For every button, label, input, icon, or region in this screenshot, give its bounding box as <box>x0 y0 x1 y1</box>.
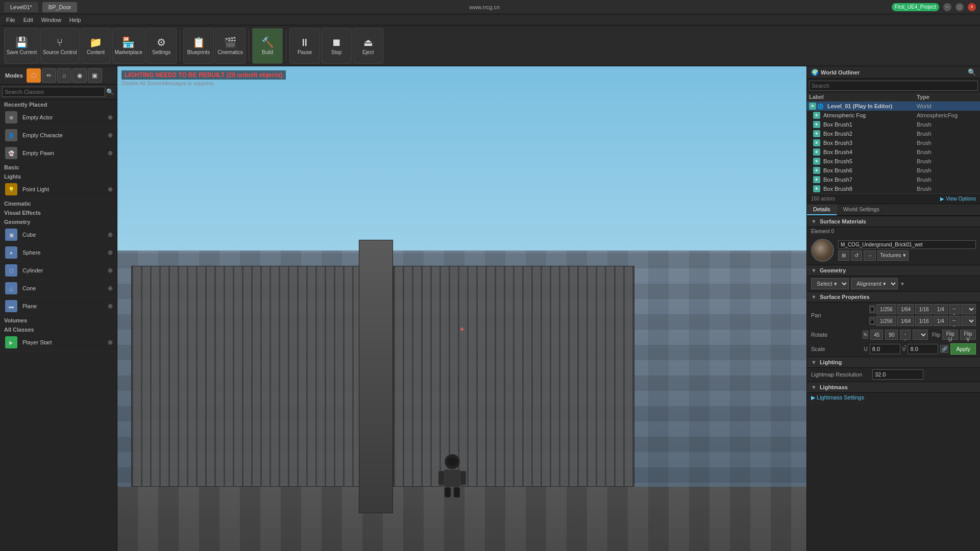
scale-v-input[interactable] <box>908 344 938 354</box>
lightmass-section-header[interactable]: ▼ Lightmass <box>807 382 980 393</box>
marketplace-button[interactable]: 🏪 Marketplace <box>112 28 145 64</box>
source-control-button[interactable]: ⑂ Source Control <box>40 28 80 64</box>
maximize-button[interactable]: □ <box>955 3 964 11</box>
rotate-dash[interactable]: --- <box>900 330 911 340</box>
geometry-select-dropdown[interactable]: Select ▾ <box>811 278 849 289</box>
blueprints-button[interactable]: 📋 Blueprints <box>183 28 214 64</box>
visibility-icon-brush5[interactable]: 👁 <box>813 158 820 165</box>
viewport[interactable]: LIGHTING NEEDS TO BE REBUILT (29 unbuilt… <box>117 66 806 551</box>
visibility-icon-brush1[interactable]: 👁 <box>813 121 820 128</box>
placement-item-player-start[interactable]: ▶ Player Start ⊕ <box>0 334 117 352</box>
pan-dash-2[interactable]: --- <box>949 316 960 326</box>
rotate-90[interactable]: 90 <box>885 330 898 340</box>
surface-properties-header[interactable]: ▼ Surface Properties <box>807 291 980 303</box>
textures-dropdown[interactable]: Textures ▾ <box>877 251 909 261</box>
material-reset-button[interactable]: ↺ <box>851 251 862 261</box>
outliner-item-box-brush8[interactable]: 👁 Box Brush8 Brush <box>807 184 980 193</box>
placement-item-cylinder[interactable]: ⬡ Cylinder ⊕ <box>0 262 117 280</box>
rotate-icon-button[interactable]: ↻ <box>863 331 868 339</box>
cinematics-button[interactable]: 🎬 Cinematics <box>215 28 246 64</box>
placement-item-plane[interactable]: ▬ Plane ⊕ <box>0 297 117 315</box>
pan-1-256-1[interactable]: 1/256 <box>876 304 896 314</box>
rotate-select[interactable]: ▾ <box>913 330 928 340</box>
visibility-icon-brush2[interactable]: 👁 <box>813 130 820 137</box>
pan-1-64-2[interactable]: 1/64 <box>897 316 914 326</box>
flip-u-button[interactable]: Flip U <box>942 330 958 340</box>
search-classes-input[interactable] <box>2 87 105 97</box>
placement-item-empty-pawn[interactable]: 👻 Empty Pawn ⊕ <box>0 144 117 162</box>
mode-landscape-button[interactable]: ⌂ <box>57 68 71 83</box>
visibility-icon-fog[interactable]: 👁 <box>813 112 820 119</box>
lightmap-input[interactable] <box>872 369 923 380</box>
pan-1-64-1[interactable]: 1/64 <box>897 304 914 314</box>
tab-world-settings[interactable]: World Settings <box>837 204 886 215</box>
stop-button[interactable]: ⏹ Stop <box>321 28 352 64</box>
close-button[interactable]: × <box>968 3 976 11</box>
section-basic[interactable]: Basic <box>0 162 117 171</box>
outliner-item-atmospheric-fog[interactable]: 👁 Atmospheric Fog AtmosphericFog <box>807 111 980 120</box>
placement-item-point-light[interactable]: 💡 Point Light ⊕ <box>0 181 117 198</box>
material-browse-button[interactable]: ⊞ <box>838 251 849 261</box>
apply-button[interactable]: Apply <box>950 343 976 355</box>
visibility-icon-brush6[interactable]: 👁 <box>813 167 820 174</box>
pan-up-arrow-2[interactable]: ▲ <box>869 317 875 325</box>
save-current-button[interactable]: 💾 Save Current <box>4 28 39 64</box>
mode-geometry-button[interactable]: ▣ <box>88 68 102 83</box>
pan-select-1[interactable]: ▾ <box>961 304 976 314</box>
placement-item-sphere[interactable]: ● Sphere ⊕ <box>0 244 117 262</box>
outliner-item-box-brush3[interactable]: 👁 Box Brush3 Brush <box>807 138 980 147</box>
material-arrow-button[interactable]: → <box>864 251 876 261</box>
visibility-icon-brush8[interactable]: 👁 <box>813 185 820 192</box>
visibility-icon-brush3[interactable]: 👁 <box>813 139 820 146</box>
outliner-item-box-brush5[interactable]: 👁 Box Brush5 Brush <box>807 157 980 166</box>
menu-help[interactable]: Help <box>65 16 85 24</box>
outliner-search-button[interactable]: 🔍 <box>968 68 976 76</box>
pan-select-2[interactable]: ▾ <box>961 316 976 326</box>
outliner-item-box-brush7[interactable]: 👁 Box Brush7 Brush <box>807 175 980 184</box>
mode-foliage-button[interactable]: ◉ <box>72 68 87 83</box>
section-geometry[interactable]: Geometry <box>0 217 117 226</box>
mode-select-button[interactable]: ⬡ <box>27 68 41 83</box>
outliner-view-options[interactable]: ▶ View Options <box>940 196 976 202</box>
rotate-45[interactable]: 45 <box>870 330 883 340</box>
mode-paint-button[interactable]: ✏ <box>42 68 56 83</box>
material-name-input[interactable] <box>838 240 976 249</box>
section-recently-placed[interactable]: Recently Placed <box>0 99 117 109</box>
pan-1-4-1[interactable]: 1/4 <box>934 304 948 314</box>
lighting-section-header[interactable]: ▼ Lighting <box>807 357 980 368</box>
placement-item-cone[interactable]: △ Cone ⊕ <box>0 280 117 297</box>
pan-dash-1[interactable]: --- <box>949 304 960 314</box>
outliner-item-box-brush4[interactable]: 👁 Box Brush4 Brush <box>807 147 980 157</box>
outliner-item-box-brush1[interactable]: 👁 Box Brush1 Brush <box>807 120 980 129</box>
minimize-button[interactable]: − <box>943 3 951 11</box>
pan-1-16-2[interactable]: 1/16 <box>915 316 932 326</box>
outliner-item-box-brush6[interactable]: 👁 Box Brush6 Brush <box>807 166 980 175</box>
pan-1-256-2[interactable]: 1/256 <box>876 316 896 326</box>
placement-item-cube[interactable]: ▣ Cube ⊕ <box>0 226 117 244</box>
eject-button[interactable]: ⏏ Eject <box>353 28 383 64</box>
menu-edit[interactable]: Edit <box>19 16 37 24</box>
flip-v-button[interactable]: Flip V <box>960 330 976 340</box>
build-button[interactable]: 🔨 Build <box>252 28 283 64</box>
menu-window[interactable]: Window <box>37 16 65 24</box>
settings-button[interactable]: ⚙ Settings <box>146 28 177 64</box>
content-button[interactable]: 📁 Content <box>81 28 111 64</box>
placement-item-empty-actor[interactable]: ⊕ Empty Actor ⊕ <box>0 109 117 127</box>
outliner-item-level01[interactable]: 👁 🌐 Level_01 (Play In Editor) World <box>807 102 980 111</box>
visibility-icon-brush7[interactable]: 👁 <box>813 176 820 183</box>
section-lights[interactable]: Lights <box>0 171 117 181</box>
outliner-search-input[interactable] <box>809 81 978 91</box>
pan-1-16-1[interactable]: 1/16 <box>915 304 932 314</box>
menu-file[interactable]: File <box>2 16 19 24</box>
geometry-section-header[interactable]: ▼ Geometry <box>807 265 980 276</box>
visibility-icon-brush4[interactable]: 👁 <box>813 148 820 156</box>
lightmass-settings-label[interactable]: ▶ Lightmass Settings <box>811 394 864 401</box>
scale-lock-icon[interactable]: 🔗 <box>940 345 948 353</box>
pan-1-4-2[interactable]: 1/4 <box>934 316 948 326</box>
section-visual-effects[interactable]: Visual Effects <box>0 208 117 217</box>
tab-details[interactable]: Details <box>807 204 837 215</box>
section-volumes[interactable]: Volumes <box>0 315 117 324</box>
visibility-icon-level01[interactable]: 👁 <box>809 103 816 110</box>
placement-item-empty-character[interactable]: 👤 Empty Characte ⊕ <box>0 127 117 144</box>
section-cinematic[interactable]: Cinematic <box>0 198 117 208</box>
